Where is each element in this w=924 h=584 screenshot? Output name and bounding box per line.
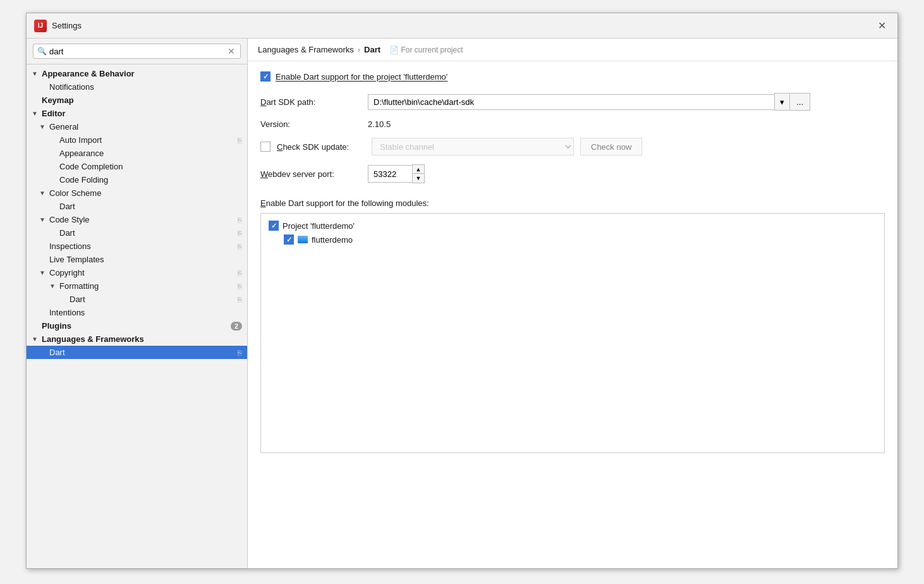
copy-icon: ⎘ — [238, 283, 242, 290]
webdev-port-label: Webdev server port: — [260, 169, 362, 179]
module-row-flutterdemo[interactable]: ✓ flutterdemo — [266, 233, 879, 246]
sidebar-item-appearance[interactable]: Appearance — [27, 147, 247, 160]
port-decrement-button[interactable]: ▼ — [413, 174, 424, 183]
arrow-icon: ▼ — [39, 216, 47, 223]
search-input-wrap: 🔍 ✕ — [33, 44, 241, 59]
sidebar-item-label: Dart — [70, 295, 85, 304]
sidebar-item-code-folding[interactable]: Code Folding — [27, 173, 247, 186]
webdev-port-row: Webdev server port: ▲ ▼ — [260, 164, 885, 183]
arrow-icon: ▼ — [32, 70, 39, 77]
arrow-icon: ▼ — [39, 123, 47, 130]
sidebar-item-formatting-dart[interactable]: Dart ⎘ — [27, 293, 247, 306]
version-value: 2.10.5 — [368, 119, 391, 129]
form-grid: Dart SDK path: ▾ ... Version: 2.10.5 — [260, 93, 885, 183]
copy-icon: ⎘ — [238, 216, 242, 224]
sidebar-item-label: Dart — [59, 228, 75, 238]
enable-dart-row: ✓ Enable Dart support for the project 'f… — [260, 71, 885, 82]
copy-icon: ⎘ — [238, 229, 242, 237]
sdk-path-dropdown-button[interactable]: ▾ — [774, 93, 789, 111]
sidebar-item-label: Code Completion — [59, 162, 123, 171]
version-label: Version: — [260, 119, 362, 129]
arrow-icon: ▼ — [32, 336, 39, 343]
main-panel: Languages & Frameworks › Dart 📄 For curr… — [248, 39, 897, 568]
checkmark-icon: ✓ — [263, 73, 269, 81]
sidebar-item-label: Color Scheme — [49, 188, 101, 198]
sidebar-item-editor[interactable]: ▼ Editor — [27, 107, 247, 120]
check-now-button[interactable]: Check now — [580, 138, 642, 155]
port-stepper: ▲ ▼ — [412, 164, 425, 183]
arrow-icon: ▼ — [32, 110, 39, 117]
channel-select[interactable]: Stable channel Dev channel Beta channel — [372, 138, 574, 155]
sidebar-item-notifications[interactable]: Notifications — [27, 80, 247, 94]
sidebar-item-code-style[interactable]: ▼ Code Style ⎘ — [27, 213, 247, 226]
plugins-badge: 2 — [231, 322, 242, 331]
sdk-path-input[interactable] — [368, 94, 774, 110]
search-input[interactable] — [49, 47, 224, 56]
module-row-project[interactable]: ✓ Project 'flutterdemo' — [266, 219, 879, 233]
search-icon: 🔍 — [37, 47, 47, 56]
module-project-label: Project 'flutterdemo' — [283, 221, 355, 231]
copy-icon: ⎘ — [238, 296, 242, 303]
copy-icon: ⎘ — [238, 243, 242, 250]
module-project-checkbox[interactable]: ✓ — [269, 221, 279, 231]
sidebar-tree: ▼ Appearance & Behavior Notifications Ke… — [27, 64, 247, 568]
sidebar-item-general[interactable]: ▼ General — [27, 120, 247, 133]
modules-box: ✓ Project 'flutterdemo' ✓ flutterdemo — [260, 213, 885, 453]
sidebar-item-code-completion[interactable]: Code Completion — [27, 160, 247, 173]
arrow-icon: ▼ — [39, 269, 47, 276]
sidebar-item-languages-frameworks[interactable]: ▼ Languages & Frameworks — [27, 332, 247, 346]
module-flutterdemo-checkbox[interactable]: ✓ — [284, 234, 294, 245]
sidebar-item-inspections[interactable]: Inspections ⎘ — [27, 240, 247, 253]
check-update-checkbox[interactable] — [260, 142, 271, 152]
enable-underline: E — [276, 72, 281, 82]
sdk-path-browse-button[interactable]: ... — [789, 93, 810, 111]
sidebar-item-intentions[interactable]: Intentions — [27, 306, 247, 319]
version-row: Version: 2.10.5 — [260, 119, 885, 129]
port-increment-button[interactable]: ▲ — [413, 165, 424, 174]
sidebar-item-color-scheme-dart[interactable]: Dart — [27, 200, 247, 213]
titlebar: IJ Settings ✕ — [27, 13, 897, 39]
sidebar-item-label: Notifications — [49, 82, 94, 92]
arrow-icon: ▼ — [49, 283, 57, 289]
panel-content: ✓ Enable Dart support for the project 'f… — [248, 61, 897, 568]
sidebar-item-label: Editor — [42, 109, 66, 118]
sidebar-item-live-templates[interactable]: Live Templates — [27, 253, 247, 266]
sidebar-item-label: Plugins — [42, 321, 71, 331]
settings-window: IJ Settings ✕ 🔍 ✕ ▼ Appearance & Behavio… — [26, 13, 898, 569]
sdk-path-wrap: ▾ ... — [368, 93, 810, 111]
sidebar-item-keymap[interactable]: Keymap — [27, 94, 247, 107]
sidebar-item-color-scheme[interactable]: ▼ Color Scheme — [27, 186, 247, 200]
sidebar-item-code-style-dart[interactable]: Dart ⎘ — [27, 226, 247, 240]
app-icon: IJ — [34, 20, 47, 32]
search-clear-button[interactable]: ✕ — [226, 46, 236, 56]
sidebar-item-label: Appearance — [59, 149, 104, 158]
sidebar-item-label: Live Templates — [49, 255, 104, 264]
sidebar-item-copyright[interactable]: ▼ Copyright ⎘ — [27, 266, 247, 279]
sidebar-item-label: Copyright — [49, 268, 85, 277]
titlebar-title: Settings — [52, 21, 82, 30]
webdev-port-input[interactable] — [368, 165, 412, 183]
checkmark-icon: ✓ — [271, 222, 277, 230]
enable-dart-checkbox[interactable]: ✓ — [260, 71, 271, 82]
sidebar-item-label: Formatting — [59, 281, 99, 291]
note-icon: 📄 — [389, 46, 399, 54]
breadcrumb: Languages & Frameworks › Dart 📄 For curr… — [248, 39, 897, 61]
check-update-label: Check SDK update: — [277, 142, 365, 152]
sidebar-item-auto-import[interactable]: Auto Import ⎘ — [27, 133, 247, 147]
sidebar-item-formatting[interactable]: ▼ Formatting ⎘ — [27, 279, 247, 293]
modules-label-text: nable Dart support for the following mod… — [266, 198, 429, 208]
close-button[interactable]: ✕ — [874, 18, 890, 33]
breadcrumb-separator: › — [358, 45, 360, 54]
sidebar: 🔍 ✕ ▼ Appearance & Behavior Notification… — [27, 39, 248, 568]
sdk-path-row: Dart SDK path: ▾ ... — [260, 93, 885, 111]
sidebar-item-plugins[interactable]: Plugins 2 — [27, 319, 247, 332]
sidebar-item-label: Inspections — [49, 241, 91, 251]
copy-icon: ⎘ — [238, 349, 242, 356]
sidebar-item-label: General — [49, 122, 78, 131]
sidebar-item-appearance-behavior[interactable]: ▼ Appearance & Behavior — [27, 67, 247, 80]
search-box: 🔍 ✕ — [27, 39, 247, 64]
sidebar-item-label: Languages & Frameworks — [42, 334, 144, 344]
breadcrumb-note: 📄 For current project — [389, 46, 463, 54]
sidebar-item-dart[interactable]: Dart ⎘ — [27, 346, 247, 359]
enable-dart-label: Enable Dart support for the project 'flu… — [276, 72, 447, 82]
